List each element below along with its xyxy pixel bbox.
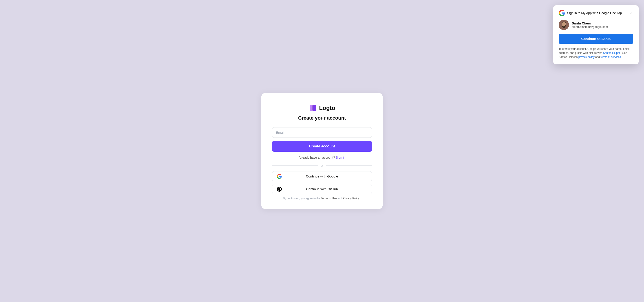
- desc-and: and: [595, 55, 600, 58]
- account-row: Santa Claus albert.einstein@google.com: [559, 20, 633, 30]
- signup-card: Logto Create your account Create account…: [261, 93, 383, 209]
- account-name: Santa Claus: [572, 21, 608, 25]
- privacy-link[interactable]: privacy policy: [578, 55, 594, 58]
- divider-line-left: [272, 165, 318, 166]
- divider-text: or: [321, 164, 323, 167]
- svg-point-3: [277, 187, 282, 192]
- continue-with-google-button[interactable]: Continue with Google: [272, 171, 372, 181]
- logo-section: Logto Create your account: [272, 104, 372, 121]
- github-icon: [277, 187, 282, 192]
- popup-close-button[interactable]: ×: [628, 10, 633, 16]
- terms-link[interactable]: terms of services: [600, 55, 621, 58]
- signin-link[interactable]: Sign in: [336, 156, 345, 159]
- signin-row: Already have an account? Sign in: [272, 156, 372, 159]
- github-button-label: Continue with GitHub: [306, 187, 338, 191]
- create-account-button[interactable]: Create account: [272, 141, 372, 152]
- terms-text-prefix: By continuing, you agree to the: [283, 197, 320, 200]
- google-button-label: Continue with Google: [306, 174, 338, 178]
- avatar: [559, 20, 569, 30]
- svg-rect-0: [310, 105, 312, 111]
- page-title: Create your account: [298, 115, 346, 121]
- svg-rect-2: [312, 105, 313, 111]
- svg-point-7: [564, 24, 565, 24]
- google-one-tap-popup: Sign in to My App with Google One Tap ×: [553, 5, 638, 64]
- logto-logo-icon: [309, 104, 317, 112]
- google-logo-popup: [559, 10, 565, 16]
- google-icon: [277, 174, 282, 179]
- divider: or: [272, 164, 372, 167]
- signin-prompt-text: Already have an account?: [299, 156, 335, 159]
- terms-end: .: [360, 197, 361, 200]
- continue-as-button[interactable]: Continue as Santa: [559, 34, 633, 44]
- logo-row: Logto: [309, 104, 335, 112]
- account-info: Santa Claus albert.einstein@google.com: [572, 21, 608, 28]
- terms-row: By continuing, you agree to the Terms of…: [272, 197, 372, 200]
- svg-rect-1: [313, 105, 316, 111]
- divider-line-right: [326, 165, 372, 166]
- continue-with-github-button[interactable]: Continue with GitHub: [272, 184, 372, 194]
- popup-title: Sign in to My App with Google One Tap: [567, 11, 622, 15]
- account-email: albert.einstein@google.com: [572, 25, 608, 28]
- avatar-image: [559, 20, 569, 30]
- popup-header-left: Sign in to My App with Google One Tap: [559, 10, 622, 16]
- terms-of-use-link[interactable]: Terms of Use: [321, 197, 337, 200]
- email-input[interactable]: [272, 127, 372, 138]
- terms-and-text: and: [338, 197, 342, 200]
- privacy-policy-link[interactable]: Privacy Policy: [343, 197, 360, 200]
- popup-description: To create your account, Google will shar…: [559, 47, 633, 59]
- page-background: Logto Create your account Create account…: [0, 0, 644, 302]
- app-link[interactable]: Santas Helper: [603, 51, 620, 54]
- desc-text-4: .: [622, 55, 622, 58]
- logo-text: Logto: [319, 105, 335, 111]
- popup-header: Sign in to My App with Google One Tap ×: [559, 10, 633, 16]
- svg-point-6: [563, 24, 563, 24]
